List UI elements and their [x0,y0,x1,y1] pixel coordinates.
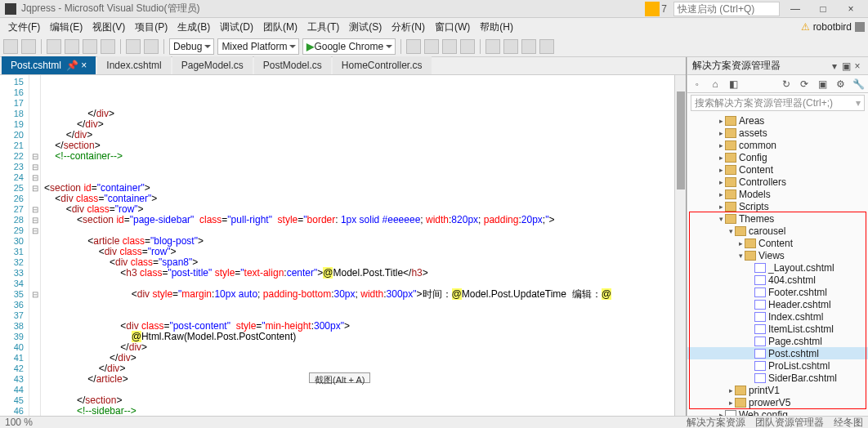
tree-node[interactable]: Post.cshtml [687,347,868,359]
quick-launch-input[interactable] [673,2,780,16]
fold-margin[interactable]: ⊟⊟⊟⊟⊟⊟⊟⊟ [29,75,41,416]
menu-item[interactable]: 文件(F) [3,21,45,33]
tree-node[interactable]: ▸Models [687,188,868,200]
editor-tab[interactable]: PageModel.cs [172,56,253,74]
tool-button-8[interactable] [539,39,554,54]
tool-button-6[interactable] [503,39,518,54]
tree-node[interactable]: ▸Content [687,163,868,176]
tree-node[interactable]: ▸common [687,139,868,151]
editor-tab[interactable]: Post.cshtml📌 × [2,56,96,74]
title-bar: Jqpress - Microsoft Visual Studio(管理员) 7… [0,0,868,18]
menu-item[interactable]: 生成(B) [172,21,215,33]
home-button[interactable]: ◦ [691,78,704,91]
notify-icon[interactable] [645,2,660,16]
menu-item[interactable]: 编辑(E) [45,21,87,33]
save-button[interactable] [83,39,97,54]
tree-node[interactable]: ProList.cshtml [687,359,868,372]
panel-dropdown-button[interactable]: ▾ [829,60,840,72]
play-icon: ▶ [306,41,314,52]
redo-button[interactable] [144,39,159,54]
nav-back-button[interactable] [3,39,18,54]
tree-node[interactable]: ▸Web.config [687,408,868,416]
nav-forward-button[interactable] [21,39,36,54]
sync-button[interactable]: ↻ [780,78,793,91]
tool-button-1[interactable] [406,39,421,54]
editor-tab-bar: Post.cshtml📌 ×Index.cshtmlPageModel.csPo… [0,57,686,75]
tree-node[interactable]: ▸Config [687,151,868,163]
config-combo[interactable]: Debug [169,38,214,55]
show-all-button[interactable]: ▣ [816,78,829,91]
status-link-2[interactable]: 团队资源管理器 [755,416,824,429]
tree-node[interactable]: SiderBar.cshtml [687,372,868,384]
panel-title: 解决方案资源管理器 [692,59,781,73]
solution-tree[interactable]: ▸Areas▸assets▸common▸Config▸Content▸Cont… [687,113,868,416]
menu-item[interactable]: 测试(S) [344,21,387,33]
tree-node[interactable]: _Layout.cshtml [687,261,868,274]
open-file-button[interactable] [65,39,79,54]
tool-button-4[interactable] [460,39,475,54]
home-view-button[interactable]: ⌂ [709,78,722,91]
status-link-1[interactable]: 解决方案资源 [687,416,745,429]
notify-count: 7 [661,3,667,15]
tree-node[interactable]: Footer.cshtml [687,286,868,298]
tree-node[interactable]: ▸printV1 [687,384,868,396]
undo-button[interactable] [126,39,141,54]
tree-node[interactable]: ▸Areas [687,114,868,127]
toolbar: Debug Mixed Platform ▶ Google Chrome [0,36,868,57]
search-caret-icon: ▾ [856,97,861,109]
solution-explorer: 解决方案资源管理器 ▾ ▣ × ◦ ⌂ ◧ ↻ ⟳ ▣ ⚙ 🔧 搜索解决方案资源… [687,57,868,416]
window-title: Jqpress - Microsoft Visual Studio(管理员) [21,2,200,16]
code-editor[interactable]: 截图(Alt + A) </div> </div> </div> </secti… [41,75,674,416]
tree-node[interactable]: ▾Themes [687,212,868,225]
new-project-button[interactable] [47,39,61,54]
editor-tab[interactable]: Index.cshtml [97,56,170,74]
refresh-button[interactable]: ⟳ [798,78,811,91]
menu-item[interactable]: 帮助(H) [475,21,518,33]
tree-node[interactable]: Page.cshtml [687,335,868,347]
menu-item[interactable]: 分析(N) [387,21,430,33]
menu-bar: 文件(F)编辑(E)视图(V)项目(P)生成(B)调试(D)团队(M)工具(T)… [0,18,868,36]
platform-combo[interactable]: Mixed Platform [217,38,299,55]
maximize-button[interactable]: □ [811,3,835,15]
menu-item[interactable]: 团队(M) [258,21,302,33]
tooltip: 截图(Alt + A) [309,372,370,383]
panel-pin-button[interactable]: ▣ [840,60,852,72]
menu-item[interactable]: 项目(P) [130,21,172,33]
tree-node[interactable]: ItemList.cshtml [687,323,868,335]
tool-button-7[interactable] [521,39,536,54]
menu-item[interactable]: 工具(T) [302,21,344,33]
properties-button[interactable]: ⚙ [834,78,847,91]
tree-node[interactable]: Index.cshtml [687,310,868,323]
run-target-combo[interactable]: ▶ Google Chrome [302,38,396,55]
menu-item[interactable]: 视图(V) [87,21,130,33]
tree-node[interactable]: ▸assets [687,127,868,139]
tool-button-5[interactable] [485,39,500,54]
editor-tab[interactable]: HomeController.cs [333,56,432,74]
tree-node[interactable]: Header.cshtml [687,298,868,310]
tree-node[interactable]: ▸Controllers [687,176,868,188]
tool-button-3[interactable] [442,39,457,54]
tree-node[interactable]: ▸Content [687,237,868,249]
tool-button-2[interactable] [424,39,439,54]
close-button[interactable]: × [839,3,863,15]
tree-node[interactable]: ▸Scripts [687,200,868,212]
menu-item[interactable]: 窗口(W) [430,21,475,33]
save-all-button[interactable] [101,39,115,54]
editor-tab[interactable]: PostModel.cs [254,56,331,74]
collapse-button[interactable]: ◧ [727,78,740,91]
panel-close-button[interactable]: × [852,60,863,72]
user-caret-icon[interactable] [855,22,865,32]
minimize-button[interactable]: — [783,3,808,15]
solution-search-input[interactable]: 搜索解决方案资源管理器(Ctrl+;) ▾ [691,95,865,111]
menu-item[interactable]: 调试(D) [215,21,258,33]
zoom-level[interactable]: 100 % [5,417,33,428]
user-name[interactable]: robotbird [813,21,852,33]
wrench-button[interactable]: 🔧 [852,78,865,91]
tree-node[interactable]: 404.cshtml [687,274,868,286]
tree-node[interactable]: ▸prowerV5 [687,396,868,408]
tree-node[interactable]: ▾Views [687,249,868,261]
status-link-3[interactable]: 经冬图 [834,416,863,429]
tree-node[interactable]: ▾carousel [687,225,868,237]
editor-scrollbar[interactable] [674,75,686,416]
line-number-gutter: 1516171819202122232425262728293031323334… [0,75,29,416]
